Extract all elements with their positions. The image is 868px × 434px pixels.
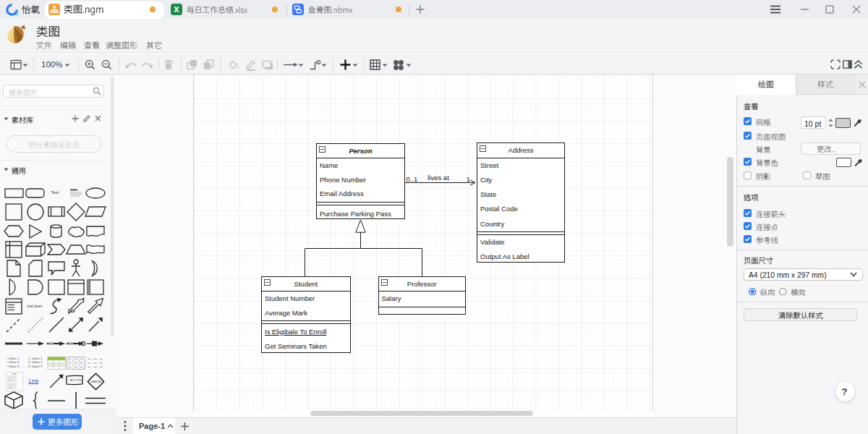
svg-text:DIAMOND: DIAMOND: [90, 380, 101, 383]
svg-text:2: 2: [14, 9, 18, 17]
svg-text:0..1: 0..1: [407, 175, 418, 183]
svg-text:1: 1: [467, 175, 470, 183]
svg-text:2. Value 2: 2. Value 2: [28, 360, 43, 364]
svg-text:• Value 3: • Value 3: [7, 365, 20, 368]
svg-text:lives at: lives at: [427, 174, 449, 182]
svg-text:BUTTON: BUTTON: [70, 379, 82, 382]
svg-text:3. Value 3: 3. Value 3: [28, 365, 43, 368]
svg-text:1. Value 1: 1. Value 1: [28, 357, 43, 360]
svg-text:• Value 1: • Value 1: [7, 357, 20, 360]
svg-text:• Value 2: • Value 2: [7, 360, 20, 364]
